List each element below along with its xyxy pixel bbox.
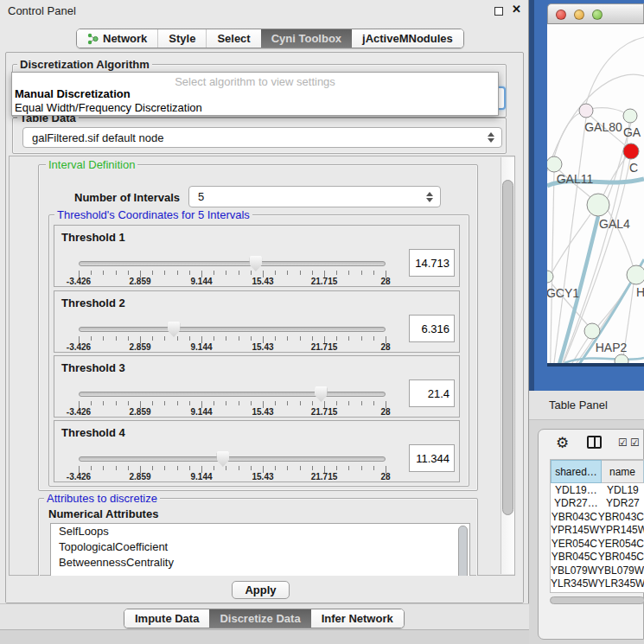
- scrollbar-thumb[interactable]: [502, 180, 513, 515]
- popup-hint: Select algorithm to view settings: [12, 73, 498, 87]
- vertical-scrollbar[interactable]: [501, 157, 514, 574]
- slider-track[interactable]: [79, 261, 386, 266]
- popup-option-equal-width[interactable]: Equal Width/Frequency Discretization: [12, 101, 498, 115]
- table-row[interactable]: YBL079WYBL079W: [551, 564, 644, 577]
- table-row[interactable]: YBR043CYBR043C: [551, 510, 644, 524]
- tab-infer-network[interactable]: Infer Network: [311, 609, 404, 628]
- slider-thumb[interactable]: [168, 322, 181, 337]
- network-view-canvas[interactable]: GAL80GACGAL11GAL4GCY1HHAP2: [547, 24, 644, 363]
- list-item[interactable]: TopologicalCoefficient: [51, 539, 469, 555]
- network-node[interactable]: [547, 156, 562, 172]
- network-window-edge: [547, 363, 644, 367]
- slider-scale-value: 2.859: [129, 342, 150, 352]
- gear-icon[interactable]: ⚙: [556, 434, 569, 452]
- minimize-traffic-light[interactable]: [574, 10, 584, 20]
- threshold-row: Threshold 4 -3.4262.8599.14415.4321.7152…: [54, 420, 460, 482]
- tab-discretize-data-label: Discretize Data: [220, 612, 300, 625]
- table-panel-window: ⚙ ☑ ☑ shared… name YDL19…YDL19 YDR27…YDR…: [538, 429, 644, 640]
- table-row[interactable]: YDR27…YDR27: [551, 497, 644, 511]
- number-of-intervals-label: Number of Intervals: [74, 191, 180, 204]
- table-row[interactable]: YER054CYER054C: [551, 537, 644, 551]
- attributes-list: SelfLoops TopologicalCoefficient Between…: [50, 523, 470, 577]
- slider-scale-value: 21.715: [311, 277, 338, 286]
- network-node-label: GAL80: [584, 120, 622, 134]
- slider-scale-value: 28: [380, 277, 390, 286]
- tab-infer-network-label: Infer Network: [322, 612, 393, 625]
- slider-thumb[interactable]: [315, 386, 328, 402]
- slider-scale-value: 2.859: [129, 472, 150, 481]
- table-toolbar: ⚙ ☑ ☑: [539, 430, 643, 456]
- network-node[interactable]: [587, 194, 609, 216]
- window-title: Control Panel: [8, 4, 76, 17]
- slider-scale-value: 21.715: [311, 407, 338, 417]
- zoom-traffic-light[interactable]: [592, 10, 603, 20]
- threshold-value-field[interactable]: 14.713: [409, 249, 455, 277]
- number-of-intervals-combo[interactable]: 5: [188, 186, 441, 207]
- tab-network-label: Network: [103, 32, 147, 45]
- combo-arrows-icon: [488, 132, 494, 143]
- popup-option-manual[interactable]: Manual Discretization: [12, 87, 498, 101]
- threshold-label: Threshold 3: [61, 361, 125, 374]
- tab-style[interactable]: Style: [157, 29, 206, 48]
- slider-track[interactable]: [79, 327, 386, 332]
- network-node[interactable]: [584, 323, 600, 339]
- number-of-intervals-value: 5: [198, 190, 204, 203]
- slider-scale-value: 2.859: [129, 277, 150, 286]
- network-window-titlebar[interactable]: [547, 3, 644, 24]
- horizontal-scrollbar-thumb[interactable]: [550, 596, 644, 604]
- discretization-algorithm-title: Discretization Algorithm: [17, 59, 152, 70]
- slider-scale-value: 2.859: [129, 407, 150, 417]
- float-window-icon[interactable]: [494, 7, 503, 16]
- threshold-value-field[interactable]: 21.4: [409, 379, 455, 407]
- network-node[interactable]: [627, 265, 644, 284]
- tab-select[interactable]: Select: [206, 29, 260, 48]
- table-row[interactable]: YPR145WYPR145W: [551, 524, 644, 538]
- network-node[interactable]: [579, 104, 593, 118]
- list-item[interactable]: BetweennessCentrality: [51, 555, 469, 571]
- table-row[interactable]: YLR345WYLR345W: [551, 577, 644, 591]
- table-row[interactable]: YDL19…YDL19: [551, 483, 644, 497]
- control-panel-window: Control Panel ✕ Network Style Select: [0, 0, 529, 644]
- tab-discretize-data[interactable]: Discretize Data: [209, 609, 310, 628]
- slider-thumb[interactable]: [249, 256, 262, 271]
- apply-button[interactable]: Apply: [232, 581, 290, 599]
- right-pane: GAL80GACGAL11GAL4GCY1HHAP2 Table Panel ⚙…: [529, 0, 644, 644]
- list-scrollbar-thumb[interactable]: [458, 526, 468, 577]
- list-item[interactable]: SelfLoops: [51, 524, 469, 539]
- threshold-value-field[interactable]: 11.344: [409, 444, 455, 472]
- thresholds-group-title: Threshold's Coordinates for 5 Intervals: [54, 209, 252, 220]
- algorithm-dropdown-popup: Select algorithm to view settings Manual…: [11, 72, 499, 116]
- network-node[interactable]: [623, 143, 639, 159]
- slider-track[interactable]: [79, 392, 386, 397]
- checkbox-icon[interactable]: ☑: [630, 437, 640, 449]
- threshold-row: Threshold 3 -3.4262.8599.14415.4321.7152…: [54, 355, 460, 418]
- node-attribute-table: shared… name YDL19…YDL19 YDR27…YDR27 YBR…: [550, 459, 644, 593]
- table-data-combo[interactable]: galFiltered.sif default node: [22, 127, 502, 148]
- tab-network[interactable]: Network: [77, 29, 157, 48]
- slider-thumb[interactable]: [216, 451, 229, 467]
- table-row[interactable]: YBR045CYBR045C: [551, 551, 644, 564]
- columns-icon[interactable]: [587, 436, 602, 449]
- slider-track[interactable]: [79, 456, 386, 462]
- network-node-label: GCY1: [547, 286, 579, 300]
- threshold-label: Threshold 1: [61, 231, 125, 244]
- numerical-attributes-heading: Numerical Attributes: [48, 507, 158, 520]
- slider-scale-labels: -3.4262.8599.14415.4321.71528: [79, 277, 386, 286]
- slider-scale-value: 28: [380, 342, 390, 352]
- close-icon[interactable]: ✕: [512, 3, 521, 16]
- slider-scale-value: 9.144: [190, 472, 212, 481]
- threshold-label: Threshold 2: [61, 296, 125, 309]
- tab-jactivemnodules[interactable]: jActiveMNodules: [352, 29, 463, 48]
- tab-impute-data[interactable]: Impute Data: [124, 609, 209, 628]
- slider-scale-value: 15.43: [252, 342, 273, 352]
- column-header-shared-name[interactable]: shared…: [551, 460, 602, 483]
- close-traffic-light[interactable]: [556, 10, 566, 20]
- table-row[interactable]: YIL052CYIL052C: [551, 590, 644, 593]
- network-node[interactable]: [623, 109, 637, 123]
- checkbox-icon[interactable]: ☑: [618, 437, 628, 449]
- slider-scale-value: 28: [380, 472, 390, 481]
- network-node[interactable]: [615, 354, 628, 363]
- column-header-name[interactable]: name: [602, 460, 644, 483]
- tab-cyni-toolbox[interactable]: Cyni Toolbox: [261, 29, 352, 48]
- threshold-value-field[interactable]: 6.316: [409, 315, 455, 342]
